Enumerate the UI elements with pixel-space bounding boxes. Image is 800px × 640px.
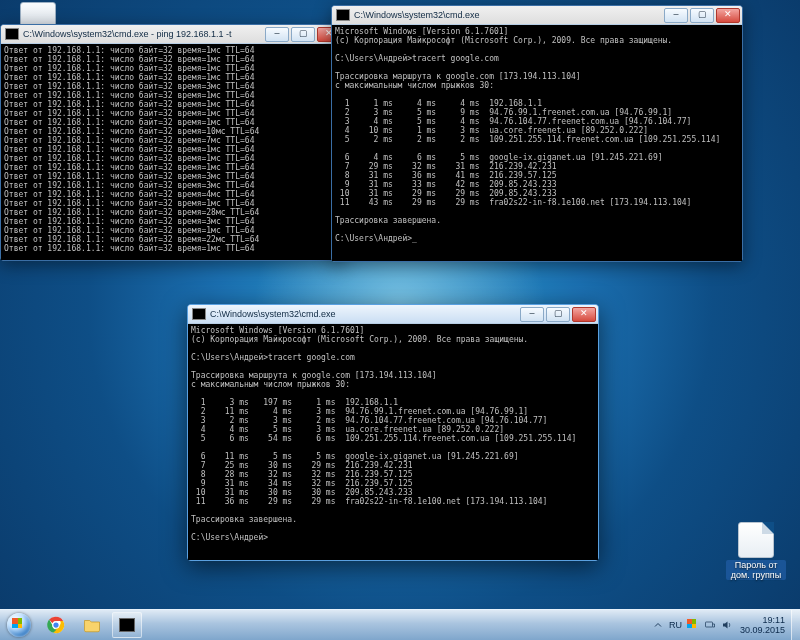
window-title: C:\Windows\system32\cmd.exe - ping 192.1…: [23, 29, 265, 39]
text-file-label: Пароль от дом. группы: [726, 560, 786, 580]
titlebar[interactable]: C:\Windows\system32\cmd.exe – ▢ ✕: [332, 6, 742, 25]
taskbar-clock[interactable]: 19:11 30.09.2015: [738, 615, 787, 635]
clock-date: 30.09.2015: [740, 625, 785, 635]
cmd-window-ping[interactable]: C:\Windows\system32\cmd.exe - ping 192.1…: [0, 24, 344, 261]
svg-rect-3: [705, 622, 712, 627]
maximize-button[interactable]: ▢: [291, 27, 315, 42]
taskbar[interactable]: RU 19:11 30.09.2015: [0, 609, 800, 640]
cmd-icon: [119, 618, 135, 632]
system-tray[interactable]: RU 19:11 30.09.2015: [648, 615, 791, 635]
titlebar[interactable]: C:\Windows\system32\cmd.exe – ▢ ✕: [188, 305, 598, 324]
window-title: C:\Windows\system32\cmd.exe: [210, 309, 520, 319]
window-title: C:\Windows\system32\cmd.exe: [354, 10, 664, 20]
terminal-output[interactable]: Microsoft Windows [Version 6.1.7601] (c)…: [332, 25, 742, 261]
terminal-output[interactable]: Ответ от 192.168.1.1: число байт=32 врем…: [1, 44, 343, 260]
chevron-up-icon[interactable]: [652, 619, 664, 631]
clock-time: 19:11: [740, 615, 785, 625]
cmd-icon: [5, 28, 19, 40]
taskbar-item-cmd[interactable]: [112, 612, 142, 638]
folder-icon: [83, 616, 101, 634]
minimize-button[interactable]: –: [265, 27, 289, 42]
minimize-button[interactable]: –: [520, 307, 544, 322]
maximize-button[interactable]: ▢: [690, 8, 714, 23]
windows-orb-icon: [7, 613, 31, 637]
language-indicator[interactable]: RU: [669, 620, 682, 630]
pinned-explorer[interactable]: [75, 613, 109, 637]
cmd-window-tracert-top[interactable]: C:\Windows\system32\cmd.exe – ▢ ✕ Micros…: [331, 5, 743, 262]
pinned-chrome[interactable]: [39, 613, 73, 637]
volume-icon[interactable]: [721, 619, 733, 631]
start-button[interactable]: [0, 610, 38, 640]
text-file-icon[interactable]: Пароль от дом. группы: [726, 522, 786, 580]
cmd-icon: [192, 308, 206, 320]
action-center-icon[interactable]: [687, 619, 699, 631]
desktop[interactable]: Корзина Пароль от дом. группы C:\Windows…: [0, 0, 800, 640]
cmd-icon: [336, 9, 350, 21]
close-button[interactable]: ✕: [716, 8, 740, 23]
document-icon: [738, 522, 774, 558]
cmd-window-tracert-bottom[interactable]: C:\Windows\system32\cmd.exe – ▢ ✕ Micros…: [187, 304, 599, 561]
network-icon[interactable]: [704, 619, 716, 631]
chrome-icon: [47, 616, 65, 634]
show-desktop-button[interactable]: [791, 610, 800, 640]
minimize-button[interactable]: –: [664, 8, 688, 23]
close-button[interactable]: ✕: [572, 307, 596, 322]
terminal-output[interactable]: Microsoft Windows [Version 6.1.7601] (c)…: [188, 324, 598, 560]
maximize-button[interactable]: ▢: [546, 307, 570, 322]
titlebar[interactable]: C:\Windows\system32\cmd.exe - ping 192.1…: [1, 25, 343, 44]
